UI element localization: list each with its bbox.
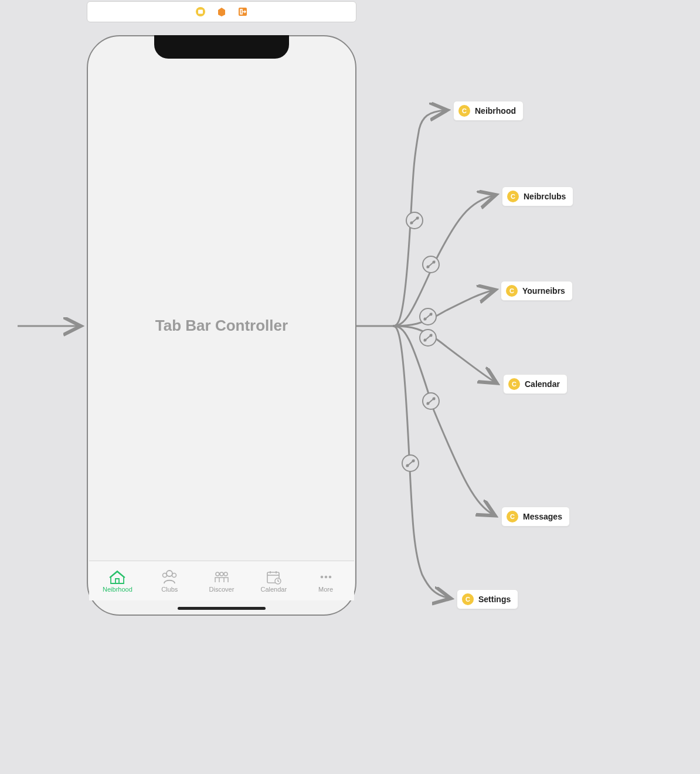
destination-scene[interactable]: CCalendar	[503, 374, 568, 394]
svg-point-19	[433, 398, 436, 400]
svg-line-1	[410, 217, 419, 224]
svg-point-29	[163, 573, 167, 577]
tab-discover[interactable]: Discover	[196, 569, 248, 593]
scene-title: Tab Bar Controller	[88, 36, 355, 615]
svg-point-41	[320, 575, 323, 578]
group-icon	[213, 569, 230, 585]
view-controller-icon[interactable]	[195, 6, 206, 17]
svg-point-32	[220, 572, 223, 576]
tab-label: Calendar	[260, 586, 287, 593]
tab-clubs[interactable]: Clubs	[144, 569, 196, 593]
exit-icon[interactable]	[237, 6, 248, 17]
tab-label: More	[318, 586, 333, 593]
svg-point-6	[427, 266, 430, 269]
svg-point-28	[166, 571, 172, 576]
svg-line-13	[424, 334, 432, 341]
tab-label: Neibrhood	[103, 586, 132, 593]
segue-badge	[402, 455, 419, 471]
svg-point-42	[324, 575, 327, 578]
segue-badge	[406, 212, 423, 229]
svg-point-31	[216, 572, 219, 576]
svg-line-9	[424, 313, 432, 320]
svg-point-18	[427, 402, 430, 405]
svg-point-33	[224, 572, 227, 576]
destination-label: Calendar	[525, 379, 560, 389]
svg-point-2	[410, 222, 413, 225]
svg-point-43	[328, 575, 331, 578]
svg-point-16	[423, 393, 439, 409]
svg-point-7	[433, 261, 436, 264]
svg-point-4	[423, 256, 439, 273]
view-controller-icon: C	[462, 593, 474, 605]
house-icon	[108, 569, 126, 585]
destination-scene[interactable]: CNeibrhood	[453, 101, 524, 121]
segue-badge	[423, 393, 439, 409]
destination-label: Neibrclubs	[524, 192, 566, 201]
destination-label: Settings	[478, 595, 511, 604]
tab-more[interactable]: More	[300, 569, 352, 593]
destination-scene[interactable]: CYourneibrs	[501, 281, 573, 301]
destination-scene[interactable]: CMessages	[501, 507, 570, 527]
svg-point-0	[406, 212, 423, 229]
destination-label: Messages	[523, 512, 562, 521]
svg-point-20	[402, 455, 419, 471]
svg-point-12	[420, 330, 436, 346]
calendar-icon	[265, 569, 283, 585]
tab-calendar[interactable]: Calendar	[247, 569, 300, 593]
svg-line-17	[427, 398, 435, 405]
tab-label: Discover	[209, 586, 235, 593]
first-responder-icon[interactable]	[216, 6, 227, 17]
destination-label: Yourneibrs	[522, 286, 565, 296]
scene-toolbar[interactable]	[87, 1, 356, 22]
device-notch	[154, 35, 289, 59]
svg-point-22	[406, 464, 409, 467]
segue-badge	[423, 256, 439, 273]
more-icon	[317, 569, 335, 585]
svg-line-5	[427, 261, 435, 268]
view-controller-icon: C	[508, 378, 520, 390]
destination-scene[interactable]: CNeibrclubs	[502, 186, 573, 206]
segue-badge	[420, 308, 436, 325]
svg-point-15	[430, 334, 433, 337]
people-icon	[161, 569, 178, 585]
tab-bar-controller-scene[interactable]: Tab Bar Controller Neibrhood Clubs	[87, 35, 356, 616]
svg-point-30	[172, 573, 176, 577]
tab-label: Clubs	[161, 586, 178, 593]
view-controller-icon: C	[458, 105, 470, 117]
home-indicator	[178, 607, 266, 610]
view-controller-icon: C	[507, 511, 518, 522]
svg-rect-25	[198, 10, 203, 14]
tab-bar: Neibrhood Clubs Discover	[89, 561, 354, 600]
tab-neibrhood[interactable]: Neibrhood	[91, 569, 144, 593]
destination-scene[interactable]: CSettings	[457, 589, 518, 609]
svg-point-23	[412, 460, 415, 463]
svg-point-11	[430, 313, 433, 316]
svg-line-21	[406, 460, 414, 467]
destination-label: Neibrhood	[475, 106, 516, 116]
svg-point-3	[416, 217, 419, 220]
view-controller-icon: C	[506, 285, 518, 297]
svg-point-8	[420, 308, 436, 325]
svg-point-14	[424, 339, 427, 342]
svg-point-10	[424, 318, 427, 321]
view-controller-icon: C	[507, 191, 519, 202]
segue-badge	[420, 330, 436, 346]
